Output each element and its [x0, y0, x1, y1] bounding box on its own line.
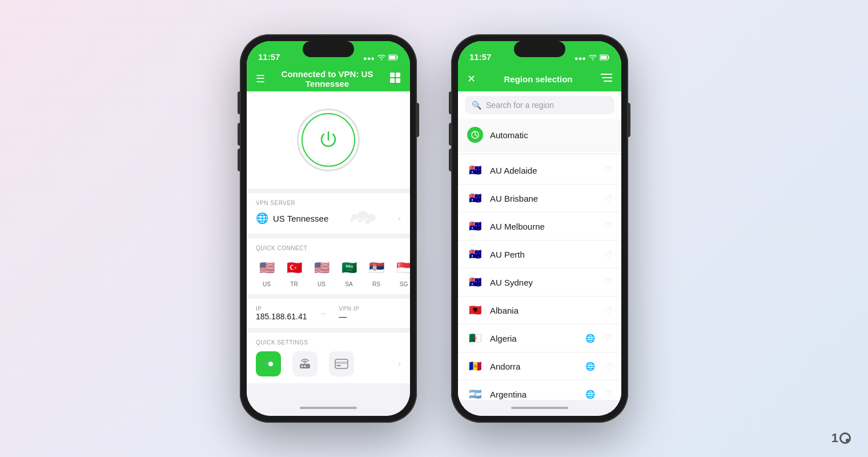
- phone-region-selection: 11:57 ●●●: [451, 34, 628, 423]
- flag-label-sa: SA: [345, 281, 352, 287]
- region-item-automatic[interactable]: Automatic: [458, 119, 621, 151]
- killswitch-toggle[interactable]: [256, 351, 281, 376]
- flag-sa[interactable]: 🇸🇦 SA: [338, 257, 360, 287]
- svg-point-11: [350, 219, 353, 222]
- killswitch-icon: [263, 358, 274, 370]
- notch-phone2: [514, 41, 565, 57]
- region-item-au-brisbane[interactable]: 🇦🇺 AU Brisbane ♡: [458, 185, 621, 213]
- svg-rect-1: [389, 56, 396, 59]
- heart-au-adelaide[interactable]: ♡: [604, 165, 612, 176]
- phones-container: 11:57 ●●●: [240, 34, 628, 423]
- globe-algeria: 🌐: [585, 334, 595, 343]
- power-section: [247, 91, 410, 189]
- signal-icon2: ●●●: [574, 55, 586, 62]
- close-icon[interactable]: ✕: [467, 73, 476, 85]
- flag-algeria: 🇩🇿: [467, 332, 483, 344]
- flag-andorra: 🇦🇩: [467, 360, 483, 372]
- watermark-circle: [839, 432, 851, 444]
- filter-icon[interactable]: [601, 73, 612, 85]
- region-name-albania: Albania: [490, 306, 597, 315]
- battery-icon: [388, 54, 399, 62]
- heart-au-perth[interactable]: ♡: [604, 249, 612, 260]
- vpn-ip-label: VPN IP: [339, 306, 360, 312]
- svg-rect-5: [396, 78, 400, 83]
- search-input-wrapper[interactable]: 🔍 Search for a region: [465, 96, 614, 114]
- globe-andorra: 🌐: [585, 362, 595, 371]
- status-icons-phone1: ●●●: [363, 54, 399, 62]
- region-list: Automatic 🇦🇺 AU Adelaide ♡ 🇦🇺 AU Brisban…: [458, 119, 621, 400]
- region-name-au-sydney: AU Sydney: [490, 278, 597, 287]
- router-icon-btn[interactable]: [292, 351, 318, 376]
- status-icons-phone2: ●●●: [574, 54, 610, 62]
- heart-au-brisbane[interactable]: ♡: [604, 193, 612, 204]
- phone1-content: VPN SERVER 🌐 US Tennessee: [247, 91, 410, 400]
- ip-block: IP 185.188.61.41: [256, 306, 307, 321]
- phone-vpn-connected: 11:57 ●●●: [240, 34, 417, 423]
- region-content: 🔍 Search for a region Aut: [458, 91, 621, 400]
- flag-au-perth: 🇦🇺: [467, 248, 483, 260]
- flag-rs[interactable]: 🇷🇸 RS: [365, 257, 387, 287]
- filter-lines-icon: [601, 73, 612, 82]
- flag-argentina: 🇦🇷: [467, 388, 483, 400]
- ip-value: 185.188.61.41: [256, 312, 307, 321]
- region-name-au-perth: AU Perth: [490, 250, 597, 259]
- heart-andorra[interactable]: ♡: [604, 361, 612, 372]
- region-name-argentina: Argentina: [490, 390, 578, 399]
- search-placeholder: Search for a region: [486, 101, 554, 110]
- router-icon: [298, 358, 312, 370]
- heart-algeria[interactable]: ♡: [604, 333, 612, 344]
- heart-au-melbourne[interactable]: ♡: [604, 221, 612, 232]
- automatic-icon: [467, 127, 483, 143]
- heart-albania[interactable]: ♡: [604, 305, 612, 316]
- nav-bar-phone1: ☰ Connected to VPN: US Tennessee: [247, 66, 410, 91]
- divider-auto: [458, 154, 621, 154]
- server-name-text: US Tennessee: [273, 214, 328, 223]
- credit-card-icon-btn[interactable]: [329, 351, 354, 376]
- power-icon: [318, 130, 339, 150]
- svg-rect-4: [390, 78, 395, 83]
- home-indicator-phone2: [458, 400, 621, 416]
- globe-icon: 🌐: [256, 212, 268, 225]
- globe-argentina: 🌐: [585, 390, 595, 399]
- battery-icon2: [600, 54, 610, 62]
- region-item-andorra[interactable]: 🇦🇩 Andorra 🌐 ♡: [458, 352, 621, 380]
- heart-argentina[interactable]: ♡: [604, 389, 612, 400]
- quick-settings-label: QUICK SETTINGS: [256, 339, 401, 346]
- nav-bar-phone2: ✕ Region selection: [458, 66, 621, 91]
- region-item-albania[interactable]: 🇦🇱 Albania ♡: [458, 296, 621, 324]
- flag-label-sg: SG: [400, 281, 408, 287]
- heart-au-sydney[interactable]: ♡: [604, 277, 612, 288]
- svg-point-9: [365, 219, 371, 224]
- search-icon: 🔍: [472, 101, 481, 110]
- profile-icon[interactable]: [389, 72, 401, 86]
- home-bar-phone2: [511, 407, 568, 409]
- flag-au-brisbane: 🇦🇺: [467, 193, 483, 204]
- status-bar-phone2: 11:57 ●●●: [458, 41, 621, 66]
- vpn-ip-value: —: [339, 312, 360, 321]
- flag-tr[interactable]: 🇹🇷 TR: [283, 257, 305, 287]
- quick-connect-card: QUICK CONNECT 🇺🇸 US 🇹🇷 TR 🇺🇸 US: [247, 238, 410, 294]
- flag-label-us2: US: [318, 281, 326, 287]
- ip-section: IP 185.188.61.41 → VPN IP —: [247, 299, 410, 328]
- menu-icon[interactable]: ☰: [256, 73, 265, 85]
- quick-connect-label: QUICK CONNECT: [256, 245, 401, 251]
- flag-us2[interactable]: 🇺🇸 US: [311, 257, 332, 287]
- region-item-au-sydney[interactable]: 🇦🇺 AU Sydney ♡: [458, 268, 621, 296]
- wifi-icon: [377, 55, 385, 62]
- svg-rect-2: [390, 73, 395, 77]
- region-item-argentina[interactable]: 🇦🇷 Argentina 🌐 ♡: [458, 380, 621, 400]
- region-item-au-adelaide[interactable]: 🇦🇺 AU Adelaide ♡: [458, 157, 621, 185]
- chevron-icon: ›: [398, 214, 401, 223]
- svg-point-10: [358, 219, 363, 222]
- flag-label-us1: US: [263, 281, 271, 287]
- flag-us1[interactable]: 🇺🇸 US: [256, 257, 278, 287]
- region-item-algeria[interactable]: 🇩🇿 Algeria 🌐 ♡: [458, 324, 621, 352]
- auto-circle-icon: [471, 131, 479, 139]
- flag-sg[interactable]: 🇸🇬 SG: [393, 257, 410, 287]
- credit-card-icon: [335, 359, 348, 369]
- flag-label-tr: TR: [290, 281, 298, 287]
- vpn-server-card: VPN SERVER 🌐 US Tennessee: [247, 193, 410, 234]
- region-item-au-perth[interactable]: 🇦🇺 AU Perth ♡: [458, 240, 621, 268]
- region-item-au-melbourne[interactable]: 🇦🇺 AU Melbourne ♡: [458, 213, 621, 240]
- power-circle[interactable]: [297, 109, 360, 171]
